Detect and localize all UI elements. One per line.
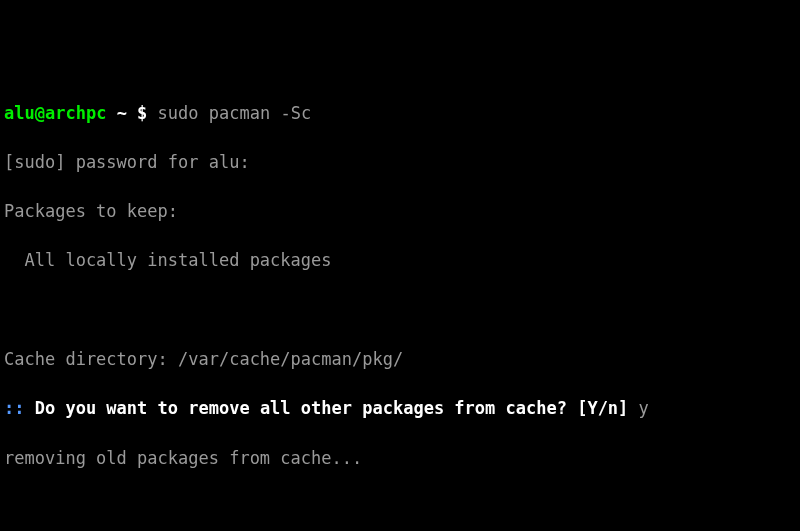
prompt-question: Do you want to remove all other packages… <box>35 398 639 418</box>
terminal-line: removing old packages from cache... <box>4 446 796 471</box>
terminal-line: All locally installed packages <box>4 248 796 273</box>
terminal-line: Packages to keep: <box>4 199 796 224</box>
terminal-line: Cache directory: /var/cache/pacman/pkg/ <box>4 347 796 372</box>
terminal-blank <box>4 298 796 323</box>
prompt-at: @ <box>35 103 45 123</box>
terminal-line: :: Do you want to remove all other packa… <box>4 396 796 421</box>
prompt-user: alu <box>4 103 35 123</box>
terminal-line: [sudo] password for alu: <box>4 150 796 175</box>
terminal-blank <box>4 495 796 520</box>
command-text: sudo pacman -Sc <box>158 103 312 123</box>
prompt-path: ~ <box>106 103 137 123</box>
prompt-dollar: $ <box>137 103 157 123</box>
terminal-line: alu@archpc ~ $ sudo pacman -Sc <box>4 101 796 126</box>
dcolon-icon: :: <box>4 398 35 418</box>
user-input[interactable]: y <box>639 398 649 418</box>
prompt-host: archpc <box>45 103 106 123</box>
